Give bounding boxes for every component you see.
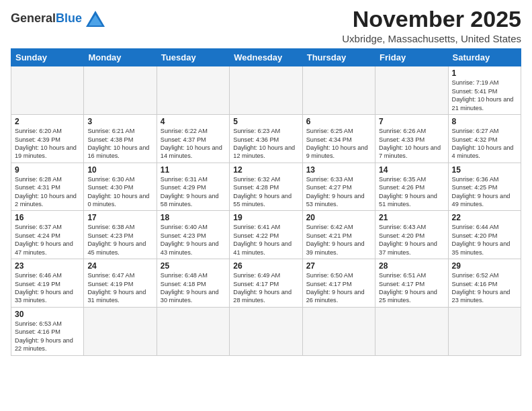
day-info: Sunrise: 6:30 AM Sunset: 4:30 PM Dayligh…	[87, 175, 152, 209]
table-row	[448, 307, 521, 355]
day-number: 26	[233, 261, 298, 271]
day-info: Sunrise: 6:44 AM Sunset: 4:20 PM Dayligh…	[452, 223, 517, 257]
day-number: 24	[87, 261, 152, 271]
day-number: 27	[306, 261, 371, 271]
table-row	[375, 66, 448, 115]
table-row: 21Sunrise: 6:43 AM Sunset: 4:20 PM Dayli…	[375, 211, 448, 259]
calendar-week-row: 2Sunrise: 6:20 AM Sunset: 4:39 PM Daylig…	[11, 115, 521, 163]
day-number: 14	[379, 165, 444, 175]
col-wednesday: Wednesday	[230, 49, 302, 66]
day-number: 28	[379, 261, 444, 271]
day-number: 20	[306, 213, 371, 222]
day-info: Sunrise: 6:35 AM Sunset: 4:26 PM Dayligh…	[379, 175, 444, 209]
day-number: 3	[87, 117, 152, 126]
day-number: 22	[452, 213, 517, 222]
calendar-week-row: 16Sunrise: 6:37 AM Sunset: 4:24 PM Dayli…	[11, 211, 521, 259]
day-info: Sunrise: 6:31 AM Sunset: 4:29 PM Dayligh…	[161, 175, 226, 209]
table-row: 10Sunrise: 6:30 AM Sunset: 4:30 PM Dayli…	[84, 163, 157, 211]
day-number: 1	[452, 68, 517, 78]
day-info: Sunrise: 6:53 AM Sunset: 4:16 PM Dayligh…	[15, 320, 80, 353]
table-row: 5Sunrise: 6:23 AM Sunset: 4:36 PM Daylig…	[230, 115, 302, 163]
day-info: Sunrise: 6:48 AM Sunset: 4:18 PM Dayligh…	[161, 271, 226, 305]
day-number: 9	[15, 165, 80, 175]
col-thursday: Thursday	[302, 49, 375, 66]
day-number: 13	[306, 165, 371, 175]
table-row: 1Sunrise: 7:19 AM Sunset: 5:41 PM Daylig…	[448, 66, 521, 115]
day-number: 2	[15, 117, 80, 126]
calendar-week-row: 23Sunrise: 6:46 AM Sunset: 4:19 PM Dayli…	[11, 259, 521, 308]
table-row: 27Sunrise: 6:50 AM Sunset: 4:17 PM Dayli…	[302, 259, 375, 308]
col-tuesday: Tuesday	[157, 49, 229, 66]
day-number: 8	[452, 117, 517, 126]
logo-text: GeneralBlue	[11, 12, 82, 26]
day-info: Sunrise: 6:38 AM Sunset: 4:23 PM Dayligh…	[87, 223, 152, 257]
day-info: Sunrise: 6:42 AM Sunset: 4:21 PM Dayligh…	[306, 223, 371, 257]
day-number: 16	[15, 213, 80, 222]
table-row: 3Sunrise: 6:21 AM Sunset: 4:38 PM Daylig…	[84, 115, 157, 163]
day-info: Sunrise: 7:19 AM Sunset: 5:41 PM Dayligh…	[452, 79, 517, 112]
table-row: 12Sunrise: 6:32 AM Sunset: 4:28 PM Dayli…	[230, 163, 302, 211]
table-row: 8Sunrise: 6:27 AM Sunset: 4:32 PM Daylig…	[448, 115, 521, 163]
location-title: Uxbridge, Massachusetts, United States	[342, 33, 521, 44]
logo: GeneralBlue	[11, 9, 106, 28]
table-row: 18Sunrise: 6:40 AM Sunset: 4:23 PM Dayli…	[157, 211, 229, 259]
col-sunday: Sunday	[11, 49, 84, 66]
table-row	[302, 66, 375, 115]
day-info: Sunrise: 6:28 AM Sunset: 4:31 PM Dayligh…	[15, 175, 80, 209]
day-number: 12	[233, 165, 298, 175]
day-info: Sunrise: 6:36 AM Sunset: 4:25 PM Dayligh…	[452, 175, 517, 209]
day-info: Sunrise: 6:47 AM Sunset: 4:19 PM Dayligh…	[87, 271, 152, 305]
day-number: 23	[15, 261, 80, 271]
table-row: 11Sunrise: 6:31 AM Sunset: 4:29 PM Dayli…	[157, 163, 229, 211]
table-row: 16Sunrise: 6:37 AM Sunset: 4:24 PM Dayli…	[11, 211, 84, 259]
table-row: 26Sunrise: 6:49 AM Sunset: 4:17 PM Dayli…	[230, 259, 302, 308]
day-info: Sunrise: 6:46 AM Sunset: 4:19 PM Dayligh…	[15, 271, 80, 305]
day-info: Sunrise: 6:21 AM Sunset: 4:38 PM Dayligh…	[87, 127, 152, 161]
table-row: 19Sunrise: 6:41 AM Sunset: 4:22 PM Dayli…	[230, 211, 302, 259]
day-info: Sunrise: 6:51 AM Sunset: 4:17 PM Dayligh…	[379, 271, 444, 305]
day-info: Sunrise: 6:22 AM Sunset: 4:37 PM Dayligh…	[161, 127, 226, 161]
day-number: 15	[452, 165, 517, 175]
table-row: 14Sunrise: 6:35 AM Sunset: 4:26 PM Dayli…	[375, 163, 448, 211]
day-info: Sunrise: 6:26 AM Sunset: 4:33 PM Dayligh…	[379, 127, 444, 161]
logo-blue: Blue	[56, 11, 82, 25]
day-number: 17	[87, 213, 152, 222]
col-monday: Monday	[84, 49, 157, 66]
table-row: 20Sunrise: 6:42 AM Sunset: 4:21 PM Dayli…	[302, 211, 375, 259]
table-row: 6Sunrise: 6:25 AM Sunset: 4:34 PM Daylig…	[302, 115, 375, 163]
table-row: 9Sunrise: 6:28 AM Sunset: 4:31 PM Daylig…	[11, 163, 84, 211]
calendar-week-row: 30Sunrise: 6:53 AM Sunset: 4:16 PM Dayli…	[11, 307, 521, 355]
day-info: Sunrise: 6:37 AM Sunset: 4:24 PM Dayligh…	[15, 223, 80, 257]
day-info: Sunrise: 6:20 AM Sunset: 4:39 PM Dayligh…	[15, 127, 80, 161]
title-section: November 2025 Uxbridge, Massachusetts, U…	[342, 7, 521, 44]
day-info: Sunrise: 6:27 AM Sunset: 4:32 PM Dayligh…	[452, 127, 517, 161]
day-info: Sunrise: 6:33 AM Sunset: 4:27 PM Dayligh…	[306, 175, 371, 209]
table-row: 24Sunrise: 6:47 AM Sunset: 4:19 PM Dayli…	[84, 259, 157, 308]
day-number: 30	[15, 310, 80, 319]
day-number: 18	[161, 213, 226, 222]
calendar-week-row: 9Sunrise: 6:28 AM Sunset: 4:31 PM Daylig…	[11, 163, 521, 211]
logo-general: General	[11, 11, 56, 25]
table-row	[84, 307, 157, 355]
table-row	[11, 66, 84, 115]
table-row	[230, 66, 302, 115]
day-info: Sunrise: 6:49 AM Sunset: 4:17 PM Dayligh…	[233, 271, 298, 305]
day-info: Sunrise: 6:43 AM Sunset: 4:20 PM Dayligh…	[379, 223, 444, 257]
table-row: 28Sunrise: 6:51 AM Sunset: 4:17 PM Dayli…	[375, 259, 448, 308]
day-number: 11	[161, 165, 226, 175]
table-row: 29Sunrise: 6:52 AM Sunset: 4:16 PM Dayli…	[448, 259, 521, 308]
table-row	[302, 307, 375, 355]
table-row	[230, 307, 302, 355]
day-info: Sunrise: 6:25 AM Sunset: 4:34 PM Dayligh…	[306, 127, 371, 161]
day-number: 7	[379, 117, 444, 126]
table-row: 17Sunrise: 6:38 AM Sunset: 4:23 PM Dayli…	[84, 211, 157, 259]
day-info: Sunrise: 6:32 AM Sunset: 4:28 PM Dayligh…	[233, 175, 298, 209]
calendar-week-row: 1Sunrise: 7:19 AM Sunset: 5:41 PM Daylig…	[11, 66, 521, 115]
day-number: 4	[161, 117, 226, 126]
header: GeneralBlue November 2025 Uxbridge, Mass…	[11, 7, 521, 44]
logo-icon	[85, 9, 106, 28]
table-row: 23Sunrise: 6:46 AM Sunset: 4:19 PM Dayli…	[11, 259, 84, 308]
day-number: 6	[306, 117, 371, 126]
table-row	[157, 307, 229, 355]
table-row	[157, 66, 229, 115]
